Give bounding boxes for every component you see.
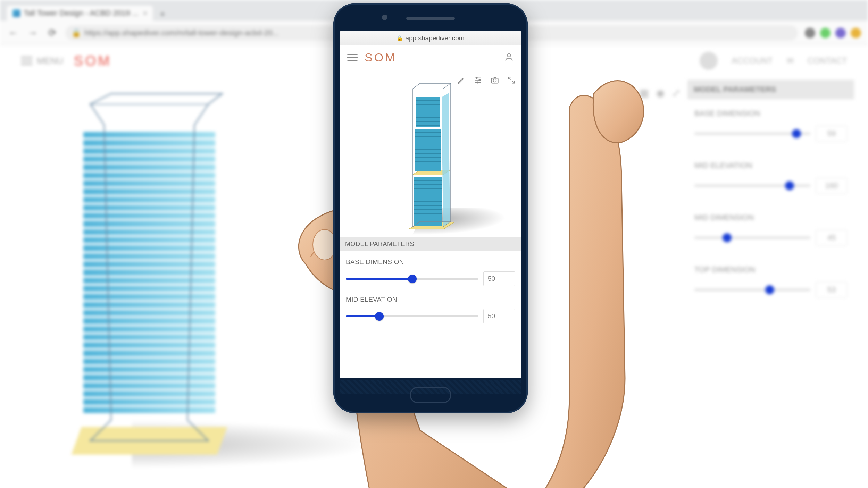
tower-3d-view[interactable] (62, 90, 236, 455)
camera-icon[interactable]: ◉ (656, 87, 665, 99)
mobile-tower-model (399, 77, 461, 233)
url-text: https://app.shapediver.com/m/tall-tower-… (84, 28, 279, 37)
mobile-app-header: SOM (340, 45, 521, 70)
slider-thumb[interactable] (785, 181, 794, 190)
parameter-value[interactable]: 45 (816, 230, 847, 246)
phone-speaker (406, 17, 455, 20)
extension-icons (805, 28, 861, 38)
slider-thumb[interactable] (792, 129, 801, 138)
parameter-label: BASE DIMENSION (694, 109, 847, 118)
slider-track[interactable] (346, 278, 478, 280)
panel-header: MODEL PARAMETERS (687, 80, 854, 99)
phone-screen: 🔒 app.shapediver.com SOM (340, 31, 521, 378)
extension-icon[interactable] (805, 28, 815, 38)
slider-thumb[interactable] (408, 275, 417, 283)
phone-home-button[interactable] (410, 387, 451, 403)
lock-icon: 🔒 (397, 35, 403, 41)
back-button[interactable]: ← (7, 27, 19, 39)
contact-icon: ✉ (787, 56, 794, 66)
svg-rect-11 (415, 129, 441, 171)
parameter-row: BASE DIMENSION 59 (687, 99, 854, 151)
viewer-toolbar: ✎ ▦ ◉ ⤢ (624, 87, 681, 99)
hamburger-icon[interactable] (347, 54, 358, 61)
settings-icon[interactable] (473, 75, 483, 85)
parameter-row: TOP DIMENSION 53 (687, 255, 854, 308)
phone-camera (382, 15, 387, 20)
account-link[interactable]: ACCOUNT (732, 56, 773, 66)
slider-track[interactable] (694, 289, 810, 291)
parameter-row: MID DIMENSION 45 (687, 203, 854, 255)
contact-link[interactable]: CONTACT (808, 56, 847, 66)
parameter-label: MID DIMENSION (694, 213, 847, 222)
tab-title: Tall Tower Design - ACBD 2019 ... (24, 9, 139, 18)
fullscreen-icon[interactable]: ⤢ (672, 87, 681, 99)
parameter-value-input[interactable]: 50 (483, 271, 515, 286)
svg-point-1 (507, 53, 510, 57)
mobile-viewer-toolbar (456, 75, 517, 85)
parameter-value[interactable]: 160 (816, 178, 847, 194)
svg-point-2 (476, 77, 477, 78)
hamburger-icon (21, 57, 33, 65)
parameter-value[interactable]: 53 (816, 282, 847, 298)
slider-thumb[interactable] (375, 312, 384, 321)
slider-track[interactable] (694, 185, 810, 187)
forward-button[interactable]: → (26, 27, 39, 39)
parameter-value[interactable]: 59 (816, 126, 847, 142)
extension-icon[interactable] (851, 28, 861, 38)
svg-rect-12 (416, 97, 440, 127)
slider-thumb[interactable] (723, 233, 732, 242)
mobile-url: app.shapediver.com (405, 34, 464, 42)
user-icon[interactable] (504, 52, 514, 63)
parameter-label: TOP DIMENSION (694, 265, 847, 274)
new-tab-button[interactable]: + (156, 7, 169, 21)
mobile-parameter-row: BASE DIMENSION 50 (340, 251, 521, 289)
app-logo: SOM (74, 53, 112, 69)
tab-favicon (12, 9, 20, 17)
slider-track[interactable] (694, 133, 810, 135)
phone-device: 🔒 app.shapediver.com SOM (333, 3, 528, 413)
parameter-row: MID ELEVATION 160 (687, 151, 854, 203)
tab-close-icon[interactable]: × (143, 9, 147, 17)
parameter-value-input[interactable]: 50 (483, 309, 515, 323)
lock-icon: 🔒 (72, 28, 81, 37)
extension-icon[interactable] (835, 28, 846, 38)
mobile-3d-viewer[interactable] (340, 70, 521, 237)
reload-button[interactable]: ⟳ (46, 27, 58, 39)
menu-label: MENU (37, 56, 64, 66)
menu-button[interactable]: MENU (21, 56, 64, 66)
svg-point-6 (493, 79, 496, 82)
parameters-panel: MODEL PARAMETERS BASE DIMENSION 59 MID E… (687, 80, 854, 474)
svg-point-3 (479, 79, 480, 81)
parameter-label: MID ELEVATION (346, 296, 515, 303)
slider-track[interactable] (346, 315, 478, 317)
grid-icon[interactable]: ▦ (639, 87, 649, 99)
parameter-label: BASE DIMENSION (346, 258, 515, 266)
camera-icon[interactable] (490, 75, 500, 85)
avatar[interactable] (700, 52, 718, 70)
edit-icon[interactable]: ✎ (624, 87, 632, 99)
slider-thumb[interactable] (765, 285, 774, 294)
mobile-panel-header: MODEL PARAMETERS (340, 237, 521, 251)
svg-point-4 (477, 82, 478, 83)
fullscreen-icon[interactable] (506, 75, 517, 85)
tower-outline (62, 90, 236, 455)
app-logo: SOM (365, 51, 397, 64)
browser-tab[interactable]: Tall Tower Design - ACBD 2019 ... × (7, 6, 153, 21)
extension-icon[interactable] (820, 28, 831, 38)
slider-track[interactable] (694, 237, 810, 239)
parameter-label: MID ELEVATION (694, 161, 847, 170)
mobile-status-bar: 🔒 app.shapediver.com (340, 31, 521, 45)
mobile-parameter-row: MID ELEVATION 50 (340, 289, 521, 326)
